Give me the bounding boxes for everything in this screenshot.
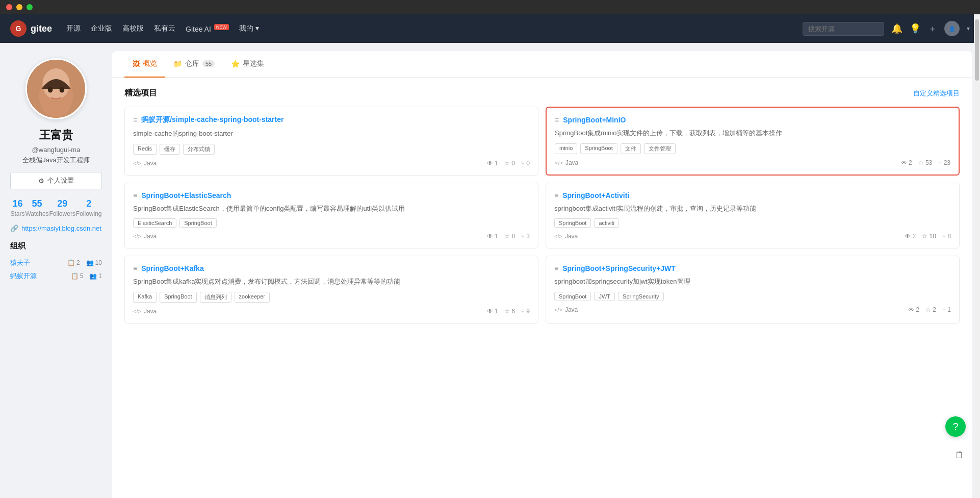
project-card-5[interactable]: ≡ SpringBoot+SpringSecurity+JWT springbo…: [546, 256, 960, 323]
tab-repos[interactable]: 📁 仓库 55: [165, 52, 223, 78]
nav-ai[interactable]: Gitee AI NEW: [186, 24, 229, 33]
stat-following[interactable]: 2 Following: [76, 198, 102, 217]
feedback-button[interactable]: 🗒: [951, 447, 968, 463]
project-icon-4: ≡: [133, 264, 137, 272]
project-lang-1: </> Java: [555, 159, 578, 166]
nav-private[interactable]: 私有云: [154, 24, 175, 33]
navbar-right: 🔔 💡 ＋ 👤 ▾: [803, 21, 970, 36]
bell-icon[interactable]: 🔔: [891, 23, 902, 34]
stat-forks-3: ⑂ 8: [942, 233, 951, 240]
project-card-1[interactable]: ≡ SpringBoot+MinIO SpringBoot集成minio实现文件…: [546, 107, 960, 176]
project-card-4[interactable]: ≡ SpringBoot+Kafka SpringBoot集成kafka实现点对…: [124, 256, 538, 323]
lang-label-4: Java: [144, 308, 157, 315]
scrollbar-thumb[interactable]: [975, 19, 979, 81]
project-card-3[interactable]: ≡ SpringBoot+Activiti springboot集成activi…: [546, 183, 960, 249]
tag-1-0: minio: [555, 143, 577, 154]
feedback-icon: 🗒: [955, 450, 964, 461]
org-name-1[interactable]: 蚂蚁开源: [10, 271, 37, 281]
help-button[interactable]: ?: [945, 416, 966, 437]
nav-edu[interactable]: 高校版: [122, 24, 144, 33]
nav-opensource[interactable]: 开源: [66, 24, 81, 33]
project-stats-1: 👁 2 ☆ 53 ⑂ 23: [901, 159, 950, 166]
stars-icon: ⭐: [231, 60, 240, 68]
minimize-dot[interactable]: [16, 4, 22, 10]
tag-5-0: SpringBoot: [554, 292, 591, 301]
code-icon-5: </>: [554, 307, 562, 313]
project-header-2: ≡ SpringBoot+ElasticSearch: [133, 191, 530, 200]
project-tags-3: SpringBoot activiti: [554, 218, 951, 228]
project-lang-3: </> Java: [554, 233, 578, 240]
stats-row: 16 Stars 55 Watches 29 Followers 2 Follo…: [10, 198, 102, 217]
org-section-title: 组织: [10, 241, 102, 251]
stat-watches[interactable]: 55 Watches: [25, 198, 48, 217]
lang-label-2: Java: [144, 233, 157, 240]
project-footer-1: </> Java 👁 2 ☆ 53 ⑂ 23: [555, 159, 950, 166]
tab-repos-label: 仓库: [185, 59, 199, 68]
fullscreen-dot[interactable]: [27, 4, 33, 10]
gitee-logo-icon: G: [10, 20, 27, 37]
tag-4-2: 消息列列: [200, 292, 231, 303]
tag-1-2: 文件: [621, 143, 641, 154]
project-card-2[interactable]: ≡ SpringBoot+ElasticSearch SpringBoot集成E…: [124, 183, 538, 249]
stat-stars[interactable]: 16 Stars: [10, 198, 24, 217]
stat-stars-5: ☆ 2: [925, 306, 936, 313]
logo[interactable]: G gitee: [10, 20, 52, 37]
project-footer-4: </> Java 👁 1 ☆ 6 ⑂ 9: [133, 308, 530, 315]
close-dot[interactable]: [6, 4, 12, 10]
project-header-4: ≡ SpringBoot+Kafka: [133, 264, 530, 272]
stat-followers[interactable]: 29 Followers: [49, 198, 75, 217]
scrollbar[interactable]: [974, 14, 980, 498]
gitee-logo-text: gitee: [31, 23, 52, 34]
watches-label: Watches: [25, 210, 48, 217]
stat-stars-3: ☆ 10: [922, 233, 936, 240]
project-name-5: SpringBoot+SpringSecurity+JWT: [562, 264, 676, 272]
followers-count: 29: [49, 198, 75, 209]
avatar[interactable]: 👤: [944, 21, 960, 36]
nav-mine[interactable]: 我的 ▾: [239, 24, 259, 33]
project-lang-4: </> Java: [133, 308, 157, 315]
nav-enterprise[interactable]: 企业版: [91, 24, 112, 33]
project-header-0: ≡ 蚂蚁开源/simple-cache-spring-boot-starter: [133, 115, 530, 124]
project-footer-5: </> Java 👁 2 ☆ 2 ⑂ 1: [554, 306, 951, 313]
stat-views-2: 👁 1: [487, 233, 498, 240]
stat-views-3: 👁 2: [905, 233, 916, 240]
content-area: 🖼 概览 📁 仓库 55 ⭐ 星选集 精选项目 自定义精选项目: [112, 51, 972, 498]
org-name-0[interactable]: 猿夫子: [10, 258, 30, 267]
project-name-0: 蚂蚁开源/simple-cache-spring-boot-starter: [141, 115, 283, 124]
project-header-1: ≡ SpringBoot+MinIO: [555, 116, 950, 124]
plus-icon[interactable]: ＋: [928, 22, 937, 35]
svg-rect-5: [27, 60, 85, 118]
search-input[interactable]: [803, 22, 884, 36]
project-stats-2: 👁 1 ☆ 8 ⑂ 3: [487, 233, 530, 240]
following-count: 2: [76, 198, 102, 209]
tab-overview[interactable]: 🖼 概览: [124, 52, 165, 78]
website-link[interactable]: 🔗 https://masiyi.blog.csdn.net: [10, 225, 102, 232]
project-icon-1: ≡: [555, 116, 559, 124]
project-desc-3: springboot集成activiti实现流程的创建，审批，查询，历史记录等功…: [554, 204, 951, 214]
org-meta-1: 📋 5 👥 1: [71, 272, 102, 280]
gear-icon: ⚙: [38, 177, 44, 185]
tag-0-2: 分布式锁: [183, 144, 215, 155]
project-lang-2: </> Java: [133, 233, 157, 240]
lang-label-0: Java: [144, 160, 157, 167]
profile-bio: 全栈偏Java开发工程师: [10, 156, 102, 165]
project-tags-4: Kafka SpringBoot 消息列列 zookeeper: [133, 292, 530, 303]
avatar-dropdown-icon[interactable]: ▾: [967, 25, 970, 32]
project-tags-1: minio SpringBoot 文件 文件管理: [555, 143, 950, 154]
tab-stars[interactable]: ⭐ 星选集: [223, 52, 272, 78]
stars-label: Stars: [10, 210, 24, 217]
light-icon[interactable]: 💡: [910, 23, 921, 34]
project-card-0[interactable]: ≡ 蚂蚁开源/simple-cache-spring-boot-starter …: [124, 107, 538, 176]
code-icon-2: </>: [133, 233, 141, 239]
stat-forks-1: ⑂ 23: [938, 159, 950, 166]
customize-link[interactable]: 自定义精选项目: [913, 89, 960, 98]
stat-forks-4: ⑂ 9: [521, 308, 530, 315]
tag-0-0: Redis: [133, 144, 157, 155]
repos-badge: 55: [202, 60, 215, 67]
overview-icon: 🖼: [133, 60, 140, 68]
project-stats-4: 👁 1 ☆ 6 ⑂ 9: [487, 308, 530, 315]
settings-button[interactable]: ⚙ 个人设置: [10, 172, 102, 189]
stat-stars-1: ☆ 53: [918, 159, 933, 166]
window-chrome: [0, 0, 980, 14]
project-footer-2: </> Java 👁 1 ☆ 8 ⑂ 3: [133, 233, 530, 240]
